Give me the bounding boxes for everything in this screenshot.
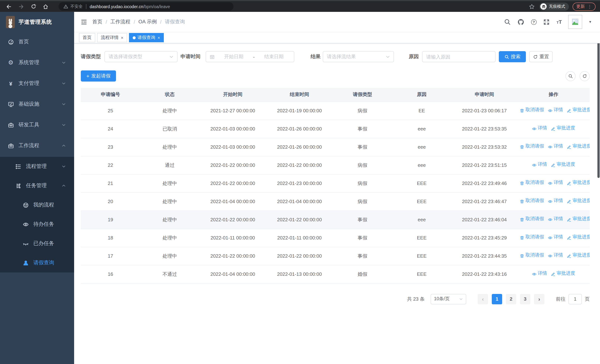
list-icon	[15, 163, 21, 170]
sidebar-item-label: 任务管理	[26, 182, 47, 189]
progress-action-link[interactable]: 审批进度	[567, 107, 590, 113]
browser-home-icon[interactable]	[42, 3, 49, 10]
bookmark-star-icon[interactable]	[528, 3, 535, 10]
incognito-icon	[540, 3, 547, 10]
cancel-action-link[interactable]: 取消请假	[520, 197, 544, 204]
sidebar-item-10[interactable]: 已办任务	[0, 234, 74, 253]
progress-action-link[interactable]: 审批进度	[551, 161, 575, 167]
chrome-update-button[interactable]: 更新 ⋮	[572, 2, 596, 10]
detail-action-link[interactable]: 详情	[548, 215, 563, 222]
page-button-2[interactable]: 2	[506, 294, 516, 304]
detail-action-link[interactable]: 详情	[548, 252, 563, 258]
detail-action-link[interactable]: 详情	[532, 125, 547, 131]
cell-reason: EEE	[392, 265, 451, 283]
cell-id: 22	[81, 156, 140, 174]
breadcrumb-item[interactable]: 工作流程	[111, 19, 131, 25]
sidebar-item-8[interactable]: 我的流程	[0, 195, 74, 215]
chevron-down-icon	[386, 55, 390, 59]
leave-type-select[interactable]: 请选择请假类型	[104, 51, 178, 62]
show-search-toggle-icon[interactable]	[565, 71, 576, 81]
cancel-action-link[interactable]: 取消请假	[520, 143, 544, 149]
cell-id: 20	[81, 192, 140, 211]
sidebar-item-9[interactable]: 待办任务	[0, 215, 74, 234]
page-size-select[interactable]: 10条/页	[431, 294, 466, 304]
cell-end-time: 2022-01-22 00:00:00	[266, 211, 333, 229]
action-label: 详情	[554, 143, 563, 149]
progress-action-link[interactable]: 审批进度	[567, 215, 590, 222]
detail-action-link[interactable]: 详情	[548, 107, 563, 113]
tab-1[interactable]: 流程详情×	[97, 33, 127, 42]
progress-action-link[interactable]: 审批进度	[551, 125, 575, 131]
fullscreen-icon[interactable]	[543, 18, 550, 26]
browser-reload-icon[interactable]	[30, 3, 37, 10]
sidebar-item-6[interactable]: 流程管理	[0, 157, 74, 176]
next-page-button[interactable]: ›	[534, 294, 544, 304]
detail-action-link[interactable]: 详情	[548, 143, 563, 149]
sidebar-item-1[interactable]: ⚙系统管理	[0, 53, 74, 72]
search-button[interactable]: 搜索	[499, 51, 526, 62]
progress-action-link[interactable]: 审批进度	[567, 197, 590, 204]
tab-0[interactable]: 首页	[79, 33, 95, 42]
sidebar-item-5[interactable]: 工作流程	[0, 136, 74, 155]
avatar[interactable]	[568, 15, 582, 29]
cancel-action-link[interactable]: 取消请假	[520, 179, 544, 186]
apply-time-range-picker[interactable]: 开始日期 - 结束日期	[206, 51, 294, 62]
address-bar[interactable]: 不安全 dashboard.yudao.iocoder.cn/bpm/oa/le…	[58, 2, 234, 11]
sidebar-item-2[interactable]: ¥支付管理	[0, 74, 74, 93]
help-icon[interactable]: ?	[531, 19, 536, 25]
column-header-1: 状态	[140, 88, 199, 102]
tab-close-icon[interactable]: ×	[158, 35, 160, 40]
goto-page-input[interactable]	[569, 294, 582, 304]
detail-action-link[interactable]: 详情	[532, 270, 547, 276]
progress-action-link[interactable]: 审批进度	[567, 252, 590, 258]
sidebar-item-label: 支付管理	[19, 80, 39, 87]
font-size-icon[interactable]: TT	[556, 19, 562, 25]
create-leave-button[interactable]: + 发起请假	[81, 70, 116, 82]
cancel-action-link[interactable]: 取消请假	[520, 215, 544, 222]
page-unit-label: 页	[585, 296, 590, 302]
sidebar-item-7[interactable]: 任务管理	[0, 176, 74, 195]
avatar-caret-icon[interactable]: ▼	[589, 20, 592, 24]
progress-action-link[interactable]: 审批进度	[567, 143, 590, 149]
reset-button[interactable]: 重置	[529, 51, 553, 62]
cell-start-time: 2022-01-04 00:00:00	[199, 192, 266, 211]
progress-action-link[interactable]: 审批进度	[567, 234, 590, 240]
sidebar-item-0[interactable]: 首页	[0, 32, 74, 52]
progress-action-link[interactable]: 审批进度	[567, 179, 590, 186]
cell-start-time: 2022-01-03 00:00:00	[199, 120, 266, 138]
reason-input[interactable]	[422, 54, 495, 59]
browser-menu-icon[interactable]: ⋮	[587, 4, 592, 9]
search-icon[interactable]	[504, 18, 511, 26]
detail-action-link[interactable]: 详情	[548, 179, 563, 186]
github-icon[interactable]	[517, 18, 525, 26]
sidebar-item-4[interactable]: 研发工具	[0, 115, 74, 135]
breadcrumb-item[interactable]: OA 示例	[138, 19, 157, 25]
page-button-3[interactable]: 3	[520, 294, 530, 304]
cancel-action-link[interactable]: 取消请假	[520, 234, 544, 240]
cell-actions: 取消请假详情审批进度	[517, 211, 590, 229]
detail-action-link[interactable]: 详情	[548, 197, 563, 204]
sidebar-item-label: 我的流程	[33, 202, 54, 208]
browser-back-icon[interactable]	[6, 3, 12, 10]
sidebar-item-11[interactable]: 请假查询	[0, 253, 74, 272]
page-button-1[interactable]: 1	[492, 294, 502, 304]
browser-forward-icon[interactable]	[18, 3, 24, 10]
cancel-action-link[interactable]: 取消请假	[520, 252, 544, 258]
refresh-table-icon[interactable]	[580, 71, 590, 81]
trash-icon	[520, 144, 525, 149]
sidebar-collapse-icon[interactable]	[81, 19, 87, 25]
cell-actions: 取消请假详情审批进度	[517, 229, 590, 247]
cell-reason: eee	[392, 211, 451, 229]
tab-2[interactable]: 请假查询×	[129, 33, 164, 42]
cancel-action-link[interactable]: 取消请假	[520, 107, 544, 113]
breadcrumb-item[interactable]: 首页	[92, 19, 102, 25]
action-label: 审批进度	[572, 215, 590, 222]
detail-action-link[interactable]: 详情	[548, 234, 563, 240]
progress-action-link[interactable]: 审批进度	[551, 270, 575, 276]
page-scrollbar[interactable]	[597, 33, 600, 178]
detail-action-link[interactable]: 详情	[532, 161, 547, 167]
result-select[interactable]: 请选择流结果	[323, 51, 394, 62]
sidebar-item-3[interactable]: 基础设施	[0, 94, 74, 114]
tab-close-icon[interactable]: ×	[121, 35, 123, 40]
prev-page-button[interactable]: ‹	[478, 294, 488, 304]
